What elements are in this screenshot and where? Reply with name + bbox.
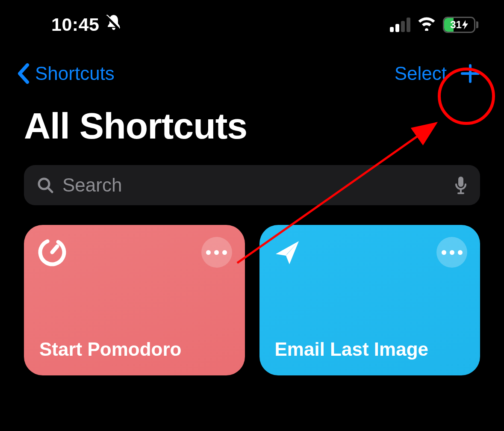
shortcut-label: Start Pomodoro bbox=[37, 339, 232, 363]
search-bar[interactable] bbox=[24, 165, 480, 205]
microphone-icon[interactable] bbox=[454, 176, 467, 195]
charging-bolt-icon bbox=[462, 20, 468, 30]
more-button[interactable] bbox=[436, 237, 467, 268]
timer-icon bbox=[37, 237, 68, 268]
battery-indicator: 31 bbox=[443, 17, 478, 33]
chevron-left-icon bbox=[15, 62, 31, 85]
select-button[interactable]: Select bbox=[395, 63, 447, 84]
cellular-signal-icon bbox=[390, 18, 410, 32]
shortcut-label: Email Last Image bbox=[272, 339, 468, 363]
svg-line-3 bbox=[48, 188, 52, 192]
status-bar: 10:45 bbox=[0, 0, 504, 49]
page-title: All Shortcuts bbox=[0, 89, 504, 156]
more-button[interactable] bbox=[201, 237, 232, 268]
svg-rect-4 bbox=[458, 177, 463, 187]
status-time: 10:45 bbox=[51, 14, 99, 35]
silent-bell-icon bbox=[105, 13, 122, 36]
send-icon bbox=[272, 237, 303, 268]
shortcut-card-email-image[interactable]: Email Last Image bbox=[259, 225, 480, 375]
back-label: Shortcuts bbox=[35, 63, 115, 84]
add-shortcut-button[interactable] bbox=[459, 62, 482, 85]
battery-percent: 31 bbox=[450, 19, 462, 31]
search-input[interactable] bbox=[62, 174, 446, 196]
shortcut-card-pomodoro[interactable]: Start Pomodoro bbox=[24, 225, 245, 375]
svg-line-8 bbox=[52, 246, 57, 252]
shortcuts-grid: Start Pomodoro Email Last Image bbox=[0, 205, 504, 375]
back-button[interactable]: Shortcuts bbox=[15, 62, 115, 85]
plus-icon bbox=[460, 63, 481, 84]
wifi-icon bbox=[416, 14, 437, 35]
status-right: 31 bbox=[390, 14, 478, 35]
status-left: 10:45 bbox=[51, 13, 122, 36]
search-icon bbox=[37, 177, 54, 194]
shortcuts-app-screen: 10:45 bbox=[0, 0, 504, 431]
nav-bar: Shortcuts Select bbox=[0, 49, 504, 89]
